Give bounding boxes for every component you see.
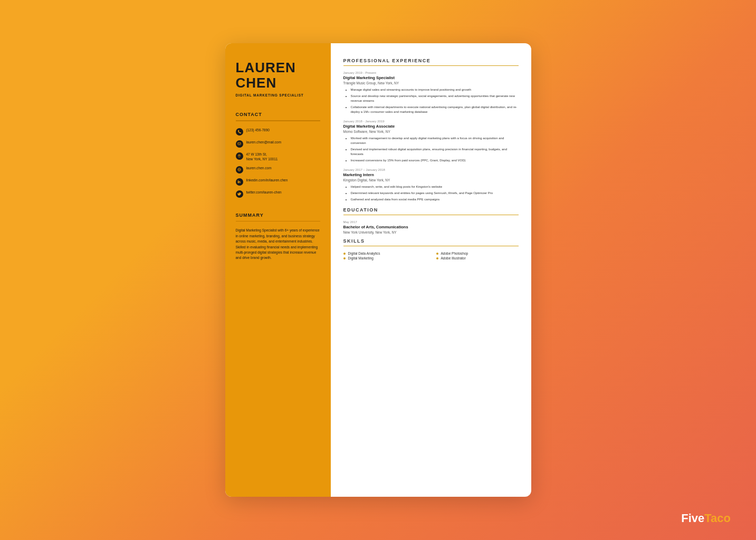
education-section-title: EDUCATION [343,207,519,213]
summary-text: Digital Marketing Specialist with 6+ yea… [236,228,320,261]
skill-3: Digital Marketing [343,256,426,260]
bullet: Devised and implemented robust digital a… [351,147,519,157]
brand-five: Five [681,512,704,525]
job-3-date: January 2017 – January 2018 [343,168,519,171]
svg-rect-5 [238,181,238,184]
skill-text: Digital Data Analytics [348,252,380,255]
svg-rect-0 [238,143,241,145]
contact-list: (123) 456-7890 lauren.chen@mail.com 47 W… [236,128,320,202]
skill-2: Adobe Photoshop [436,252,519,255]
job-2: January 2018 - January 2019 Digital Mark… [343,120,519,163]
job-3-bullets: Helped research, write, and edit blog po… [343,185,519,202]
contact-twitter: twitter.com/lauren-chen [236,190,320,198]
twitter-icon [236,190,243,198]
job-title: DIGITAL MARKETING SPECIALIST [236,93,320,97]
job-2-bullets: Worked with management to develop and ap… [343,136,519,163]
bullet: Increased conversions by 15% from paid s… [351,158,519,163]
contact-section-title: CONTACT [236,112,320,117]
skill-text: Adobe Photoshop [441,252,468,255]
skill-bullet [343,257,346,259]
bullet: Collaborate with internal departments to… [351,105,519,114]
skill-bullet [436,253,438,255]
education-divider [343,215,519,215]
web-icon [236,166,243,173]
job-3-company: Kingston Digital, New York, NY [343,178,519,182]
skill-1: Digital Data Analytics [343,252,426,255]
svg-point-1 [238,155,240,156]
email-icon [236,140,243,148]
brand-taco: Taco [704,512,731,525]
contact-web: lauren.chen.com [236,166,320,173]
education-1: May 2017 Bachelor of Arts, Communication… [343,220,519,234]
email-text: lauren.chen@mail.com [246,140,282,144]
web-text: lauren.chen.com [246,166,272,170]
contact-location: 47 W 13th St,New York, NY 10011 [236,152,320,161]
bullet: Determined relevant keywords and entitie… [351,191,519,196]
bullet: Manage digital sales and streaming accou… [351,88,519,92]
fivetaco-branding: FiveTaco [681,512,731,525]
job-1: January 2019 - Present Digital Marketing… [343,71,519,114]
job-1-date: January 2019 - Present [343,71,519,74]
location-icon [236,152,243,160]
experience-section-title: PROFESSIONAL EXPERIENCE [343,58,519,63]
sidebar: LAUREN CHEN DIGITAL MARKETING SPECIALIST… [225,43,331,497]
job-1-title: Digital Marketing Specialist [343,75,519,80]
job-3-title: Marketing Intern [343,172,519,177]
skill-4: Adobe Illustrator [436,256,519,260]
contact-phone: (123) 456-7890 [236,128,320,136]
resume-card: LAUREN CHEN DIGITAL MARKETING SPECIALIST… [225,43,531,497]
job-2-company: Momo Software, New York, NY [343,130,519,133]
linkedin-text: linkedin.com/in/lauren.chen [246,178,288,182]
location-text: 47 W 13th St,New York, NY 10011 [246,152,278,161]
svg-point-6 [238,180,238,181]
job-1-bullets: Manage digital sales and streaming accou… [343,88,519,114]
edu-date: May 2017 [343,220,519,224]
main-content: PROFESSIONAL EXPERIENCE January 2019 - P… [331,43,531,497]
name-block: LAUREN CHEN DIGITAL MARKETING SPECIALIST [236,60,320,108]
skill-bullet [436,257,438,259]
contact-email: lauren.chen@mail.com [236,140,320,148]
first-name: LAUREN [236,60,320,75]
experience-divider [343,65,519,66]
skill-text: Adobe Illustrator [441,256,466,260]
bullet: Source and develop new strategic partner… [351,94,519,103]
summary-section-title: SUMMARY [236,213,320,218]
skills-section-title: SKILLS [343,238,519,244]
skill-bullet [343,253,346,255]
phone-icon [236,128,243,136]
job-2-date: January 2018 - January 2019 [343,120,519,123]
skill-text: Digital Marketing [348,256,374,260]
skills-grid: Digital Data Analytics Adobe Photoshop D… [343,252,519,260]
linkedin-icon [236,178,243,186]
bullet: Gathered and analyzed data from social m… [351,197,519,202]
summary-divider [236,221,320,222]
last-name: CHEN [236,75,320,91]
bullet: Helped research, write, and edit blog po… [351,185,519,189]
job-2-title: Digital Marketing Associate [343,124,519,129]
edu-school: New York University, New York, NY [343,230,519,234]
bullet: Worked with management to develop and ap… [351,136,519,146]
phone-text: (123) 456-7890 [246,128,270,132]
job-3: January 2017 – January 2018 Marketing In… [343,168,519,202]
skills-divider [343,246,519,246]
job-1-company: Triangle Music Group, New York, NY [343,81,519,85]
contact-linkedin: linkedin.com/in/lauren.chen [236,178,320,186]
contact-divider [236,120,320,121]
twitter-text: twitter.com/lauren-chen [246,190,282,195]
edu-degree: Bachelor of Arts, Communications [343,225,519,229]
